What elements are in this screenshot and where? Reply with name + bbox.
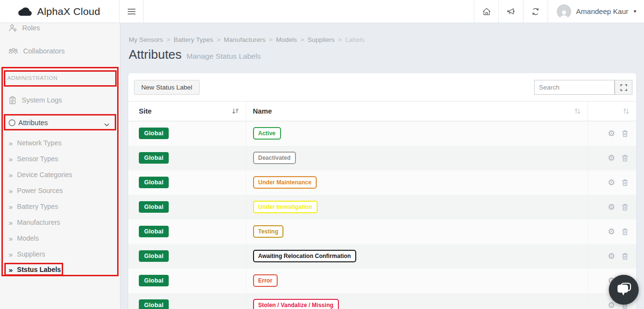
gear-icon[interactable]: ⚙ [608,301,615,309]
sidebar-section-administration: ADMINISTRATION [0,71,120,85]
new-status-label-button[interactable]: New Status Label [134,80,200,95]
status-label-badge: Stolen / Vandalize / Missing [253,299,339,309]
circle-icon [8,119,16,127]
sidebar-item-label: Roles [22,24,40,32]
sidebar-item-sensor-types[interactable]: » Sensor Types [0,152,120,166]
trash-icon[interactable] [622,228,628,235]
brand-logo[interactable]: AlphaX Cloud [0,0,120,23]
actions-cell: ⚙ [588,146,636,170]
trash-icon[interactable] [622,130,628,137]
gear-icon[interactable]: ⚙ [608,252,615,260]
breadcrumb-separator: > [269,36,273,43]
sidebar-item-power-sources[interactable]: » Power Sources [0,183,120,198]
site-cell: Global [128,170,246,195]
breadcrumb-separator: > [216,36,220,43]
trash-icon[interactable] [622,204,628,211]
sidebar-item-network-types[interactable]: » Network Types [0,136,120,150]
sidebar-item-label: Device Categories [17,171,72,179]
site-badge: Global [139,128,169,139]
table-row: GlobalUnder Investigation⚙ [128,195,636,219]
brand-name: AlphaX Cloud [37,6,100,17]
gear-icon[interactable]: ⚙ [608,154,615,162]
sidebar-item-models[interactable]: » Models [0,231,120,245]
gear-icon[interactable]: ⚙ [608,179,615,187]
roles-icon [9,24,17,32]
sidebar-item-collaborators[interactable]: Collaborators [0,44,120,58]
megaphone-icon [506,7,516,16]
breadcrumb-item[interactable]: Manufacturers [224,36,265,43]
fullscreen-button[interactable] [615,80,632,95]
status-label-badge: Deactivated [253,152,296,164]
page-title-row: Attributes Manage Status Labels [129,47,261,62]
column-label: Name [253,107,272,115]
home-button[interactable] [474,0,498,23]
announcements-button[interactable] [498,0,523,23]
sidebar: Roles Collaborators ADMINISTRATION Syste… [0,23,121,309]
gear-icon[interactable]: ⚙ [608,228,615,236]
actions-cell: ⚙ [588,244,636,269]
status-label-badge: Error [253,274,278,287]
search-input[interactable] [534,80,615,95]
trash-icon[interactable] [622,179,628,186]
sidebar-item-status-labels[interactable]: » Ststus Labels [0,262,120,277]
site-cell: Global [128,293,246,309]
sidebar-item-device-categories[interactable]: » Device Categories [0,167,120,182]
site-cell: Global [128,244,246,269]
breadcrumb-item[interactable]: Suppliers [308,36,335,43]
breadcrumb-separator: > [300,36,304,43]
double-chevron-icon: » [9,251,13,258]
site-badge: Global [139,299,169,309]
chat-widget-button[interactable] [609,275,639,305]
collaborators-icon [9,48,18,55]
name-cell: Under Investigation [246,195,588,219]
home-icon [482,7,491,16]
table-row: GlobalStolen / Vandalize / Missing⚙ [128,293,636,309]
double-chevron-icon: » [9,235,13,242]
sidebar-item-battery-types[interactable]: » Battery Types [0,199,120,214]
breadcrumb-item[interactable]: My Sensors [129,36,163,43]
status-label-badge: Under Investigation [253,201,318,213]
table-row: GlobalTesting⚙ [128,219,636,244]
actions-cell: ⚙ [588,195,636,219]
sidebar-item-system-logs[interactable]: System Logs [0,93,120,107]
name-cell: Under Maintenance [246,170,588,195]
status-label-badge: Testing [253,225,284,238]
sidebar-item-label: Sensor Types [17,155,58,163]
trash-icon[interactable] [622,154,628,162]
column-header-site[interactable]: Site [128,102,246,121]
double-chevron-icon: » [9,155,13,163]
chat-bubble-icon [616,283,632,297]
site-cell: Global [128,121,246,146]
double-chevron-icon: » [9,140,13,147]
user-menu[interactable]: Amandeep Kaur ▾ [548,0,644,23]
trash-icon[interactable] [622,253,628,260]
sidebar-item-label: Attributes [18,119,48,127]
status-label-badge: Active [253,127,281,140]
column-header-actions[interactable] [588,102,636,121]
sidebar-item-label: Network Types [17,139,61,147]
name-cell: Testing [246,219,588,244]
breadcrumb-item[interactable]: Battery Types [174,36,213,43]
breadcrumb-item[interactable]: Models [276,36,297,43]
site-cell: Global [128,269,246,293]
gear-icon[interactable]: ⚙ [608,129,615,138]
page-title: Attributes [129,47,182,62]
actions-cell: ⚙ [588,219,636,244]
sidebar-item-suppliers[interactable]: » Suppliers [0,247,120,261]
actions-cell: ⚙ [588,170,636,195]
gear-icon[interactable]: ⚙ [608,203,615,211]
sort-updown-icon[interactable] [623,108,630,115]
sidebar-item-label: Battery Types [17,203,58,210]
sort-amount-down-icon[interactable] [232,108,239,115]
status-label-badge: Under Maintenance [253,176,317,189]
column-header-name[interactable]: Name [246,102,588,121]
cloud-logo-icon [18,6,33,16]
sort-updown-icon[interactable] [574,108,581,115]
breadcrumb-separator: > [338,36,342,43]
sidebar-toggle-button[interactable] [120,0,144,23]
sidebar-item-attributes[interactable]: Attributes [0,116,120,130]
page-subtitle: Manage Status Labels [187,52,261,61]
sidebar-item-manufacturers[interactable]: » Manufacturers [0,215,120,230]
refresh-icon [531,7,540,16]
refresh-button[interactable] [523,0,548,23]
